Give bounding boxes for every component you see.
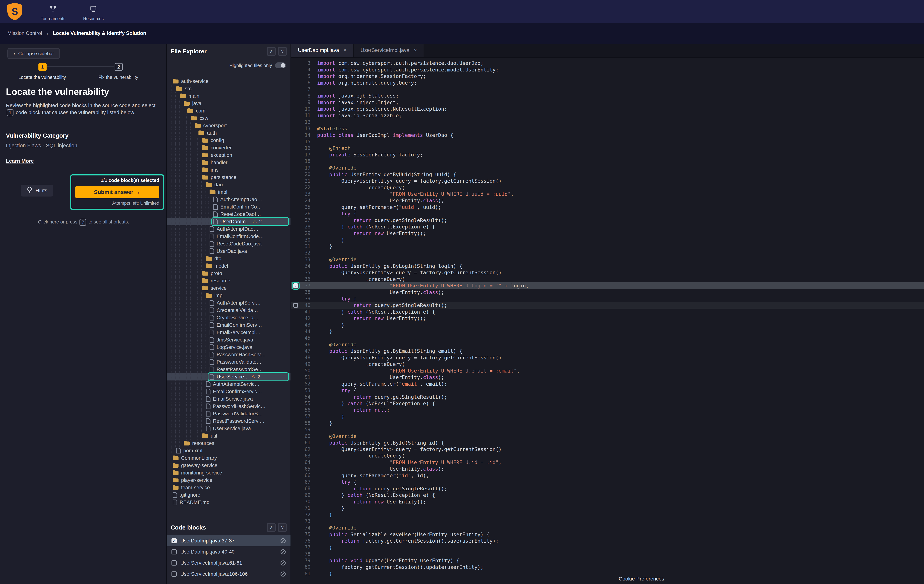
folder-tree-item[interactable]: dao [167,181,290,188]
line-select-checkbox[interactable]: ✓ [293,283,298,288]
file-tree-item[interactable]: UserService.java [167,425,290,432]
collapse-sidebar-button[interactable]: ‹ Collapse sidebar [7,48,60,59]
file-tree-item[interactable]: EmailConfirmServic… [167,388,290,395]
code-block-item[interactable]: UserDaoImpl.java:40-40 [167,546,290,558]
folder-tree-item[interactable]: dto [167,255,290,262]
file-tree-item[interactable]: AuthAttemptDao… [167,225,290,233]
folder-tree-item[interactable]: resource [167,277,290,285]
file-tree-item[interactable]: PasswordValidato… [167,358,290,366]
file-tree-item[interactable]: pom.xml [167,447,290,454]
file-tree-item[interactable]: EmailServiceImpl… [167,329,290,336]
next-highlight-button[interactable]: ∨ [278,47,287,56]
prev-highlight-button[interactable]: ∧ [267,47,276,56]
file-tree-item[interactable]: ResetCodeDaoI… [167,211,290,218]
file-tree-item[interactable]: EmailConfirmCode… [167,233,290,240]
folder-tree-item[interactable]: csw [167,115,290,122]
file-tree-item[interactable]: PasswordHashServic… [167,403,290,410]
next-block-button[interactable]: ∨ [278,523,287,532]
breadcrumb-parent[interactable]: Mission Control [7,30,42,36]
file-tree-item[interactable]: .gitignore [167,491,290,498]
nav-item-resources[interactable]: Resources [83,2,104,21]
code-block-item[interactable]: ✓UserDaoImpl.java:37-37 [167,535,290,546]
line-select-checkbox[interactable] [293,303,298,308]
folder-tree-item[interactable]: gateway-service [167,462,290,469]
folder-tree-item[interactable]: jms [167,166,290,174]
shortcuts-hint[interactable]: Click here or press ? to see all shortcu… [0,219,167,226]
indent-guide [201,425,205,432]
file-tree-item[interactable]: CryptoService.ja… [167,314,290,321]
folder-tree-item[interactable]: auth [167,129,290,137]
folder-tree-item[interactable]: CommonLibrary [167,454,290,462]
code-block-checkbox[interactable] [172,549,177,554]
file-tree-item[interactable]: UserDao.java [167,247,290,255]
folder-tree-item[interactable]: impl [167,292,290,299]
submit-answer-button[interactable]: Submit answer → [75,186,159,198]
folder-tree-item[interactable]: cybersport [167,122,290,129]
code-block-item[interactable]: UserServiceImpl.java:106-106 [167,569,290,579]
folder-tree-item[interactable]: com [167,107,290,115]
indent-guide [186,240,190,247]
indent-guide [175,277,179,285]
close-icon[interactable]: × [414,47,417,53]
folder-tree-item[interactable]: converter [167,144,290,151]
code-block-checkbox[interactable] [172,560,177,566]
folder-tree-item[interactable]: auth-service [167,77,290,85]
hints-button[interactable]: Hints [21,185,53,196]
file-tree-item[interactable]: ResetPasswordSe… [167,366,290,373]
file-tree-item[interactable]: UserDaoIm…⚠2 [167,218,290,225]
code-line: 50 "FROM UserEntity U WHERE U.email = :e… [291,367,924,374]
indent-guide [179,299,183,307]
file-tree-item[interactable]: ResetPasswordServi… [167,418,290,425]
code-block-checkbox[interactable]: ✓ [172,538,177,543]
indent-guide [172,137,175,144]
folder-tree-item[interactable]: model [167,262,290,270]
code-block-item[interactable]: UserServiceImpl.java:61-61 [167,558,290,569]
folder-tree-item[interactable]: main [167,92,290,100]
file-tree-item[interactable]: AuthAttemptDao… [167,196,290,203]
tree-row-content: EmailConfirmCo… [212,203,288,211]
file-tree-item[interactable]: AuthAttemptServi… [167,299,290,307]
tree-row-content: src [175,85,288,92]
editor-tab[interactable]: UserServiceImpl.java× [354,44,424,57]
folder-tree-item[interactable]: src [167,85,290,92]
file-tree-item[interactable]: JmsService.java [167,336,290,344]
file-tree-item[interactable]: EmailConfirmCo… [167,203,290,211]
file-tree-item[interactable]: AuthAttemptServic… [167,380,290,388]
file-tree-item[interactable]: README.md [167,498,290,506]
folder-tree-item[interactable]: exception [167,151,290,159]
file-tree-item[interactable]: LogService.java [167,344,290,351]
highlighted-files-toggle[interactable] [275,63,286,68]
prev-block-button[interactable]: ∧ [267,523,276,532]
folder-tree-item[interactable]: team-service [167,484,290,491]
folder-tree-item[interactable]: config [167,137,290,144]
folder-tree-item[interactable]: java [167,100,290,107]
file-tree-item[interactable]: EmailService.java [167,395,290,403]
editor-tab[interactable]: UserDaoImpl.java× [291,44,354,57]
file-tree-item[interactable]: PasswordHashServ… [167,351,290,358]
cookie-preferences-link[interactable]: Cookie Preferences [619,576,664,582]
folder-tree-item[interactable]: proto [167,270,290,277]
learn-more-link[interactable]: Learn More [6,158,34,164]
file-tree-item[interactable]: ResetCodeDao.java [167,240,290,247]
indent-guide [179,122,183,129]
file-tree-item[interactable]: UserService…⚠2 [167,373,290,380]
folder-tree-item[interactable]: player-service [167,477,290,484]
indent-guide [183,188,186,196]
folder-tree-item[interactable]: service [167,285,290,292]
folder-tree-item[interactable]: util [167,432,290,439]
folder-tree-item[interactable]: impl [167,188,290,196]
line-number: 35 [300,270,310,275]
folder-tree-item[interactable]: monitoring-service [167,469,290,477]
code-block-checkbox[interactable] [172,571,177,577]
file-tree-item[interactable]: EmailConfirmServ… [167,321,290,329]
nav-item-tournaments[interactable]: Tournaments [41,2,65,21]
folder-tree-item[interactable]: persistence [167,174,290,181]
close-icon[interactable]: × [343,47,346,53]
file-tree-item[interactable]: PasswordValidatorS… [167,410,290,418]
folder-tree-item[interactable]: handler [167,159,290,166]
folder-tree-item[interactable]: resources [167,439,290,447]
line-number: 74 [300,525,310,531]
app-logo[interactable]: S [5,2,25,21]
line-number: 5 [300,74,310,79]
file-tree-item[interactable]: CredentialValida… [167,307,290,314]
